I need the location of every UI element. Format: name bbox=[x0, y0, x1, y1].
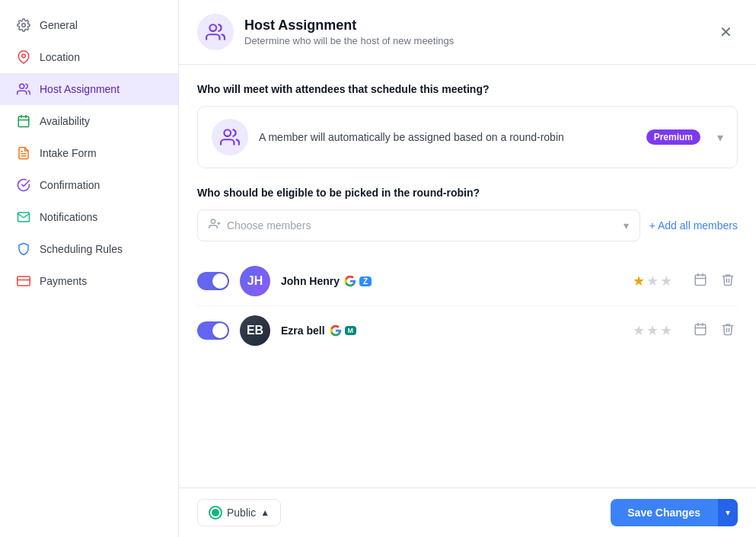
payments-icon bbox=[15, 273, 32, 289]
avatar-ezra: EB bbox=[240, 315, 270, 346]
members-dropdown[interactable]: Choose members ▾ bbox=[197, 209, 640, 241]
svg-point-0 bbox=[22, 24, 26, 27]
round-robin-icon bbox=[212, 119, 248, 155]
star-1-john[interactable]: ★ bbox=[633, 273, 645, 289]
meet-icon-ezra: M bbox=[345, 326, 357, 335]
add-all-button[interactable]: + Add all members bbox=[649, 219, 738, 232]
star-3-john[interactable]: ★ bbox=[660, 273, 672, 289]
general-icon bbox=[15, 17, 32, 34]
sidebar-item-confirmation[interactable]: Confirmation bbox=[0, 169, 178, 201]
sidebar-label-confirmation: Confirmation bbox=[40, 179, 100, 191]
sidebar-label-notifications: Notifications bbox=[40, 211, 97, 223]
sidebar-item-host-assignment[interactable]: Host Assignment bbox=[0, 73, 178, 105]
sidebar-label-host-assignment: Host Assignment bbox=[40, 83, 120, 95]
svg-point-11 bbox=[209, 24, 216, 31]
footer: Public ▲ Save Changes ▾ bbox=[179, 487, 756, 537]
member-name-john: John Henry bbox=[281, 275, 340, 287]
members-chevron-icon: ▾ bbox=[624, 219, 629, 232]
members-placeholder: Choose members bbox=[227, 219, 617, 232]
stars-john: ★ ★ ★ bbox=[633, 273, 672, 289]
stars-ezra: ★ ★ ★ bbox=[633, 322, 672, 339]
delete-button-john[interactable] bbox=[718, 270, 738, 293]
availability-icon bbox=[15, 113, 32, 129]
star-3-ezra[interactable]: ★ bbox=[660, 322, 672, 339]
sidebar: General Location Host Assignment Availab… bbox=[0, 0, 179, 537]
app-container: General Location Host Assignment Availab… bbox=[0, 0, 756, 537]
public-status-icon bbox=[209, 506, 222, 519]
svg-rect-9 bbox=[18, 276, 30, 286]
member-integrations-ezra: M bbox=[330, 324, 357, 337]
premium-badge: Premium bbox=[646, 129, 700, 145]
sidebar-item-scheduling-rules[interactable]: Scheduling Rules bbox=[0, 233, 178, 265]
calendar-button-john[interactable] bbox=[691, 270, 710, 293]
member-row-ezra: EB Ezra bell M bbox=[197, 306, 738, 355]
panel-header: Host Assignment Determine who will be th… bbox=[179, 0, 756, 65]
notifications-icon bbox=[15, 209, 32, 225]
sidebar-label-scheduling-rules: Scheduling Rules bbox=[40, 243, 123, 255]
calendar-button-ezra[interactable] bbox=[691, 319, 710, 343]
rr-chevron-icon: ▾ bbox=[717, 130, 723, 145]
sidebar-label-availability: Availability bbox=[40, 115, 90, 127]
members-list: JH John Henry Z bbox=[197, 257, 738, 355]
sidebar-item-general[interactable]: General bbox=[0, 9, 178, 41]
public-chevron-icon: ▲ bbox=[260, 507, 270, 518]
save-button[interactable]: Save Changes bbox=[611, 499, 717, 526]
sidebar-item-intake-form[interactable]: Intake Form bbox=[0, 137, 178, 169]
member-name-ezra: Ezra bell bbox=[281, 324, 325, 337]
sidebar-label-intake-form: Intake Form bbox=[40, 147, 97, 159]
question-2: Who should be eligible to be picked in t… bbox=[197, 187, 738, 199]
main-panel: Host Assignment Determine who will be th… bbox=[179, 0, 756, 537]
round-robin-text: A member will automatically be assigned … bbox=[259, 131, 636, 143]
scheduling-rules-icon bbox=[15, 241, 32, 257]
member-integrations-john: Z bbox=[344, 275, 372, 287]
zoom-icon-john: Z bbox=[359, 276, 372, 286]
star-1-ezra[interactable]: ★ bbox=[633, 322, 645, 339]
svg-rect-20 bbox=[695, 324, 706, 335]
location-icon bbox=[15, 49, 32, 66]
toggle-ezra[interactable] bbox=[197, 321, 229, 340]
round-robin-card[interactable]: A member will automatically be assigned … bbox=[197, 106, 738, 168]
sidebar-label-general: General bbox=[40, 19, 78, 31]
delete-button-ezra[interactable] bbox=[718, 319, 738, 343]
member-info-john: John Henry Z bbox=[281, 275, 622, 287]
svg-rect-16 bbox=[695, 275, 706, 286]
sidebar-label-payments: Payments bbox=[40, 275, 87, 287]
question-1: Who will meet with attendees that schedu… bbox=[197, 83, 738, 95]
action-icons-ezra bbox=[691, 319, 738, 343]
google-icon-ezra bbox=[330, 324, 342, 337]
sidebar-item-payments[interactable]: Payments bbox=[0, 265, 178, 297]
public-button[interactable]: Public ▲ bbox=[197, 499, 281, 526]
panel-title: Host Assignment bbox=[244, 18, 703, 34]
members-dropdown-icon bbox=[209, 218, 221, 233]
sidebar-label-location: Location bbox=[40, 51, 80, 63]
toggle-thumb-ezra bbox=[212, 323, 228, 338]
save-dropdown-button[interactable]: ▾ bbox=[717, 499, 738, 526]
intake-form-icon bbox=[15, 145, 32, 161]
star-2-ezra[interactable]: ★ bbox=[646, 322, 659, 339]
sidebar-item-location[interactable]: Location bbox=[0, 41, 178, 73]
avatar-john: JH bbox=[240, 266, 270, 296]
action-icons-john bbox=[691, 270, 738, 293]
confirmation-icon bbox=[15, 177, 32, 193]
public-dot bbox=[212, 509, 219, 516]
svg-rect-3 bbox=[18, 117, 29, 127]
sidebar-item-availability[interactable]: Availability bbox=[0, 105, 178, 137]
public-label: Public bbox=[227, 507, 256, 519]
toggle-john[interactable] bbox=[197, 272, 229, 290]
member-info-ezra: Ezra bell M bbox=[281, 324, 622, 337]
svg-point-12 bbox=[224, 129, 231, 136]
svg-point-1 bbox=[22, 54, 26, 58]
footer-right: Save Changes ▾ bbox=[611, 499, 738, 526]
members-select-row: Choose members ▾ + Add all members bbox=[197, 209, 738, 241]
close-button[interactable]: ✕ bbox=[713, 20, 738, 44]
svg-point-13 bbox=[211, 219, 215, 223]
google-icon-john bbox=[344, 275, 356, 287]
panel-header-text: Host Assignment Determine who will be th… bbox=[244, 18, 703, 46]
host-assignment-icon bbox=[15, 81, 32, 97]
sidebar-item-notifications[interactable]: Notifications bbox=[0, 201, 178, 233]
member-row-john: JH John Henry Z bbox=[197, 257, 738, 306]
panel-header-icon bbox=[197, 14, 234, 50]
svg-point-2 bbox=[20, 84, 24, 88]
toggle-thumb-john bbox=[212, 273, 228, 289]
star-2-john[interactable]: ★ bbox=[646, 273, 659, 289]
